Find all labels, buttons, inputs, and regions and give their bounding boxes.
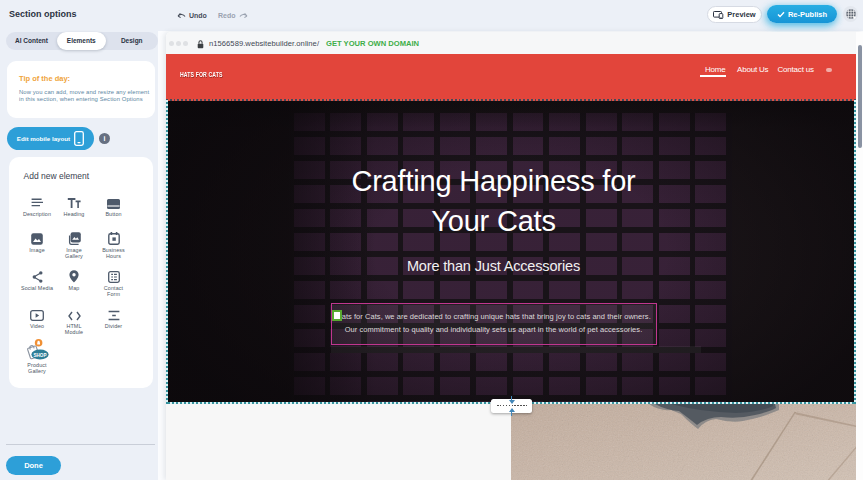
svg-text:SHOP: SHOP xyxy=(33,353,46,358)
